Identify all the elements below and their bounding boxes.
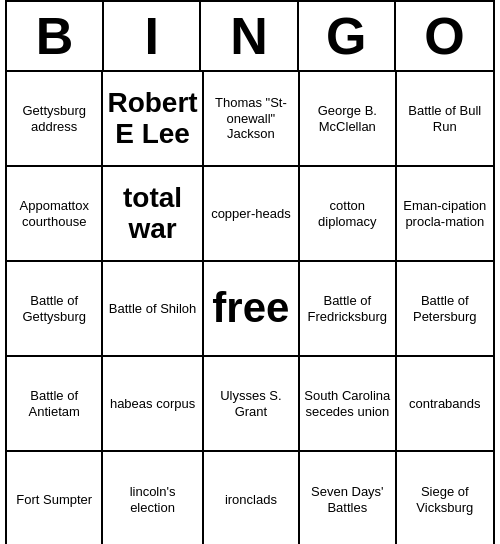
bingo-letter-o: O (396, 2, 493, 70)
bingo-cell-20[interactable]: Fort Sumpter (7, 452, 103, 544)
bingo-cell-0[interactable]: Gettysburg address (7, 72, 103, 167)
bingo-cell-11[interactable]: Battle of Shiloh (103, 262, 203, 357)
bingo-header: BINGO (7, 2, 493, 72)
bingo-cell-17[interactable]: Ulysses S. Grant (204, 357, 300, 452)
bingo-cell-12[interactable]: free (204, 262, 300, 357)
bingo-cell-9[interactable]: Eman-cipation procla-mation (397, 167, 493, 262)
bingo-cell-10[interactable]: Battle of Gettysburg (7, 262, 103, 357)
bingo-cell-21[interactable]: lincoln's election (103, 452, 203, 544)
bingo-cell-3[interactable]: George B. McClellan (300, 72, 396, 167)
bingo-letter-i: I (104, 2, 201, 70)
bingo-letter-n: N (201, 2, 298, 70)
bingo-cell-8[interactable]: cotton diplomacy (300, 167, 396, 262)
bingo-cell-22[interactable]: ironclads (204, 452, 300, 544)
bingo-cell-19[interactable]: contrabands (397, 357, 493, 452)
bingo-cell-1[interactable]: Robert E Lee (103, 72, 203, 167)
bingo-cell-7[interactable]: copper-heads (204, 167, 300, 262)
bingo-card: BINGO Gettysburg addressRobert E LeeThom… (5, 0, 495, 544)
bingo-cell-4[interactable]: Battle of Bull Run (397, 72, 493, 167)
bingo-cell-16[interactable]: habeas corpus (103, 357, 203, 452)
bingo-cell-24[interactable]: Siege of Vicksburg (397, 452, 493, 544)
bingo-cell-2[interactable]: Thomas "St-onewall" Jackson (204, 72, 300, 167)
bingo-cell-18[interactable]: South Carolina secedes union (300, 357, 396, 452)
bingo-cell-13[interactable]: Battle of Fredricksburg (300, 262, 396, 357)
bingo-letter-b: B (7, 2, 104, 70)
bingo-cell-15[interactable]: Battle of Antietam (7, 357, 103, 452)
bingo-letter-g: G (299, 2, 396, 70)
bingo-cell-23[interactable]: Seven Days' Battles (300, 452, 396, 544)
bingo-grid: Gettysburg addressRobert E LeeThomas "St… (7, 72, 493, 544)
bingo-cell-6[interactable]: total war (103, 167, 203, 262)
bingo-cell-14[interactable]: Battle of Petersburg (397, 262, 493, 357)
bingo-cell-5[interactable]: Appomattox courthouse (7, 167, 103, 262)
